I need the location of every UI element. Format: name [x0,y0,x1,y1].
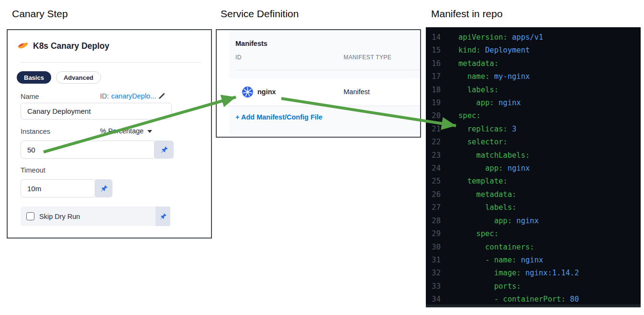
instances-input[interactable]: 50 [21,141,155,159]
canary-icon [17,41,29,51]
code-text: ports: [458,280,521,293]
manifest-type-cell: Manifest [344,88,370,96]
code-line: 18 labels: [426,84,641,97]
code-text: replicas: 3 [458,123,516,136]
manifest-row[interactable]: nginx Manifest [229,78,420,106]
code-line: 20spec: [426,109,641,122]
line-number: 21 [426,123,441,136]
code-line: 31 - name: nginx [426,254,641,267]
timeout-pin-button[interactable] [95,179,112,197]
code-line: 16metadata: [426,57,641,70]
code-line: 15kind: Deployment [426,44,641,57]
code-line: 27 labels: [426,201,641,214]
add-manifest-link[interactable]: + Add Manifest/Config File [235,113,322,121]
code-text: labels: [458,84,499,97]
code-line: 17 name: my-nginx [426,70,641,83]
scrollbar-track[interactable] [426,304,641,307]
instances-pin-button[interactable] [155,141,174,159]
line-number: 16 [426,57,441,70]
code-line: 26 metadata: [426,188,641,201]
manifest-code-panel: 14apiVersion: apps/v115kind: Deployment1… [426,27,641,307]
code-text: - name: nginx [458,254,543,267]
line-number: 14 [426,31,441,44]
skip-dry-run-label: Skip Dry Run [39,213,80,220]
code-line: 28 app: nginx [426,215,641,228]
code-line: 19 app: nginx [426,97,641,109]
canary-step-panel: K8s Canary Deploy Basics Advanced Name I… [7,29,212,239]
code-lines: 14apiVersion: apps/v115kind: Deployment1… [426,31,641,306]
instances-unit-label: % Percentage [100,127,144,135]
code-text: name: my-nginx [458,70,530,83]
line-number: 28 [426,215,441,228]
tab-advanced[interactable]: Advanced [56,71,101,84]
code-text: metadata: [458,188,516,201]
line-number: 17 [426,70,441,83]
column-header-manifest-type: MANIFEST TYPE [344,54,391,61]
manifest-id-cell: nginx [257,88,276,96]
code-text: matchLabels: [458,149,530,162]
code-line: 14apiVersion: apps/v1 [426,31,641,44]
code-line: 24 app: nginx [426,162,641,175]
code-text: template: [458,175,508,188]
code-text: containers: [458,241,534,254]
step-header: K8s Canary Deploy [17,41,110,51]
code-text: metadata: [458,57,499,70]
code-line: 22 selector: [426,136,641,149]
line-number: 30 [426,241,441,254]
line-number: 27 [426,201,441,214]
instances-input-row: 50 [21,141,174,159]
line-number: 31 [426,254,441,267]
name-input[interactable]: Canary Deployment [21,103,172,119]
line-number: 32 [426,267,441,280]
chevron-down-icon [147,130,152,133]
line-number: 22 [426,136,441,149]
canary-step-heading: Canary Step [12,8,68,20]
id-link[interactable]: canaryDeplo... [111,92,156,100]
step-tabs: Basics Advanced [17,71,101,84]
code-text: spec: [458,228,499,240]
code-text: image: nginx:1.14.2 [458,267,579,280]
header-divider [20,62,201,63]
code-line: 33 ports: [426,280,641,293]
line-number: 29 [426,228,441,240]
skip-dry-run-pin-button[interactable] [155,206,170,226]
code-text: spec: [458,109,481,122]
code-line: 32 image: nginx:1.14.2 [426,267,641,280]
code-line: 30 containers: [426,241,641,254]
code-text: kind: Deployment [458,44,530,57]
line-number: 15 [426,44,441,57]
line-number: 19 [426,97,441,109]
code-text: app: nginx [458,97,521,109]
service-definition-heading: Service Definition [221,8,299,20]
tab-basics[interactable]: Basics [17,71,51,84]
instances-unit-dropdown[interactable]: % Percentage [100,127,152,135]
skip-dry-run-row: Skip Dry Run [21,206,170,226]
step-id-group: ID: canaryDeplo... [100,92,165,100]
code-text: labels: [458,201,516,214]
manifest-in-repo-heading: Manifest in repo [431,8,502,20]
kubernetes-icon [242,86,254,98]
code-line: 29 spec: [426,228,641,240]
timeout-input[interactable]: 10m [21,179,95,197]
timeout-input-row: 10m [21,179,112,197]
code-line: 21 replicas: 3 [426,123,641,136]
step-title: K8s Canary Deploy [33,41,110,51]
instances-label: Instances [21,127,50,136]
code-text: app: nginx [458,162,530,175]
timeout-label: Timeout [21,166,45,174]
table-divider [235,70,420,70]
edit-pencil-icon[interactable] [158,93,165,99]
id-prefix: ID: [100,92,109,100]
line-number: 24 [426,162,441,175]
line-number: 33 [426,280,441,293]
name-label: Name [21,92,39,101]
code-line: 23 matchLabels: [426,149,641,162]
code-text: selector: [458,136,508,149]
code-text: apiVersion: apps/v1 [458,31,543,44]
service-definition-panel: Manifests ID MANIFEST TYPE [216,29,421,138]
line-number: 25 [426,175,441,188]
manifests-title: Manifests [235,40,267,47]
skip-dry-run-checkbox[interactable] [26,212,34,220]
manifests-section: Manifests ID MANIFEST TYPE [229,30,420,137]
line-number: 26 [426,188,441,201]
